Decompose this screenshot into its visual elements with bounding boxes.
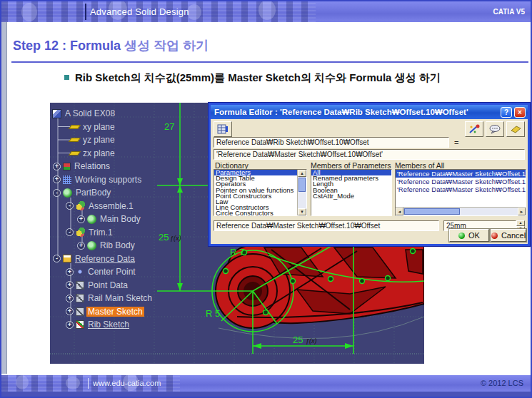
assemble-1-icon — [76, 201, 85, 210]
collapse-icon[interactable]: - — [53, 189, 61, 197]
tree-item-label[interactable]: PartBody — [74, 188, 112, 198]
tree-item-label[interactable]: Master Sketch — [86, 307, 144, 317]
tree-item-label[interactable]: A Solid EX08 — [64, 108, 116, 118]
insert-formula-button[interactable] — [214, 121, 232, 137]
members-of-all-list[interactable]: 'Reference Data₩Master Sketch₩Offset.10₩… — [395, 169, 526, 216]
tree-item-label[interactable]: Reference Data — [74, 254, 136, 264]
collapse-icon[interactable]: - — [66, 228, 74, 236]
result-parameter-field[interactable]: Reference Data₩Master Sketch₩Offset.10₩O… — [214, 220, 439, 231]
reference-data-icon — [63, 255, 71, 262]
scroll-down-icon[interactable]: ▼ — [298, 208, 306, 215]
tree-item-trim-1[interactable]: -Trim.1 — [66, 226, 210, 240]
footer-bar: www.edu-catia.com © 2012 LCS — [1, 375, 531, 392]
tree-item-label[interactable]: xy plane — [81, 122, 116, 132]
expand-icon[interactable]: + — [66, 295, 74, 302]
list-item-reference-data-master-sketch-offset-10-n[interactable]: 'Reference Data₩Master Sketch₩Offset.10₩… — [396, 185, 526, 193]
tree-item-yz-plane[interactable]: yz plane — [70, 133, 210, 147]
collapse-icon[interactable]: - — [53, 255, 61, 262]
catia-brand: CATIA V5 — [493, 1, 525, 22]
speech-bubble-icon — [488, 124, 501, 134]
page-title-strong: Step 12 : Formula — [13, 39, 121, 53]
tree-item-xy-plane[interactable]: xy plane — [70, 121, 210, 134]
scrollbar-thumb[interactable] — [298, 178, 306, 192]
erase-button[interactable] — [506, 121, 525, 137]
header-divider — [85, 4, 86, 20]
tree-item-partbody[interactable]: -PartBody — [53, 186, 210, 200]
cancel-button[interactable]: Cancel — [491, 229, 526, 242]
relations-icon — [63, 163, 71, 170]
list-item-cstattr-mode[interactable]: CstAttr_Mode — [311, 193, 391, 199]
expand-icon[interactable]: + — [66, 281, 74, 289]
tree-item-label[interactable]: Center Point — [86, 267, 137, 277]
tree-item-label[interactable]: Assemble.1 — [87, 201, 135, 211]
expand-icon[interactable]: + — [53, 175, 61, 183]
expand-icon[interactable]: + — [77, 215, 85, 223]
tree-item-master-sketch[interactable]: +Master Sketch — [66, 305, 210, 319]
dialog-titlebar[interactable]: Formula Editor : 'Reference Data₩Rib Ske… — [211, 105, 528, 119]
tree-item-label[interactable]: Rib Body — [99, 240, 136, 250]
tree-item-label[interactable]: zx plane — [81, 148, 116, 158]
rail-main-sketch-icon — [76, 294, 84, 302]
list-item-reference-data-master-sketch-offset-10-a[interactable]: 'Reference Data₩Master Sketch₩Offset.10₩… — [396, 178, 526, 185]
partbody-icon — [63, 188, 72, 198]
a-solid-ex08-icon — [52, 109, 61, 118]
expand-icon[interactable]: + — [66, 307, 74, 315]
tree-item-label[interactable]: Main Body — [99, 214, 142, 224]
dictionary-scrollbar[interactable]: ▲ ▼ — [297, 170, 306, 215]
spin-up-icon[interactable]: ▲ — [516, 220, 525, 226]
footer-site-link[interactable]: www.edu-catia.com — [93, 375, 161, 392]
tree-rows: A Solid EX08xy planeyz planezx plane+Rel… — [51, 107, 210, 332]
comment-button[interactable] — [486, 121, 504, 137]
tree-item-assemble-1[interactable]: -Assemble.1 — [66, 200, 210, 213]
formula-editor-dialog: Formula Editor : 'Reference Data₩Rib Ske… — [209, 103, 530, 246]
tree-item-center-point[interactable]: +Center Point — [66, 265, 210, 279]
cancel-red-icon — [491, 233, 498, 239]
members-of-parameters-list[interactable]: AllRenamed parametersLengthBooleanCstAtt… — [311, 169, 392, 216]
scroll-up-icon[interactable]: ▲ — [298, 170, 306, 177]
ok-button[interactable]: OK — [449, 229, 489, 242]
equals-sign: = — [454, 138, 458, 147]
dictionary-list[interactable]: ParametersDesign TableOperatorsPointer o… — [214, 169, 307, 216]
tree-item-working-supports[interactable]: +Working supports — [53, 173, 210, 187]
tree-item-rib-body[interactable]: +Rib Body — [77, 239, 210, 252]
tree-item-label[interactable]: Point Data — [86, 280, 129, 290]
close-button[interactable]: × — [514, 107, 526, 118]
tree-item-label[interactable]: yz plane — [81, 135, 116, 145]
scrollbar-thumb[interactable] — [404, 208, 460, 215]
main-body-icon — [87, 215, 96, 224]
tree-item-rail-main-sketch[interactable]: +Rail Main Sketch — [66, 292, 210, 305]
bottom-strip — [1, 392, 531, 397]
tree-item-label[interactable]: Trim.1 — [87, 228, 114, 238]
tree-item-point-data[interactable]: +Point Data — [66, 279, 210, 292]
tree-item-label[interactable]: Rail Main Sketch — [86, 293, 154, 303]
tree-item-label[interactable]: Rib Sketch — [86, 320, 131, 330]
scroll-left-icon[interactable]: ◄ — [396, 208, 403, 215]
list-item-circle-constructors[interactable]: Circle Constructors — [214, 210, 297, 216]
target-parameter-field[interactable]: Reference Data₩Rib Sketch₩Offset.10₩Offs… — [214, 137, 449, 148]
tree-item-reference-data[interactable]: -Reference Data — [53, 252, 210, 266]
expand-icon[interactable]: + — [77, 242, 85, 250]
tree-item-rib-sketch[interactable]: +Rib Sketch — [66, 318, 210, 332]
left-edge-strip — [1, 22, 7, 374]
formula-expression-field[interactable]: 'Reference Data₩Master Sketch₩Offset.10₩… — [214, 149, 525, 160]
list-item-reference-data-master-sketch-offset-10-o[interactable]: 'Reference Data₩Master Sketch₩Offset.10₩… — [396, 170, 526, 178]
tree-item-zx-plane[interactable]: zx plane — [70, 147, 210, 160]
rib-sketch-icon — [76, 320, 84, 329]
help-button[interactable]: ? — [501, 107, 512, 118]
tree-item-relations[interactable]: +Relations — [53, 160, 210, 173]
expand-icon[interactable]: + — [66, 268, 74, 276]
center-point-icon — [76, 267, 84, 276]
collapse-icon[interactable]: - — [66, 202, 74, 210]
members-of-all-scrollbar[interactable]: ◄ ► — [396, 207, 526, 215]
tree-item-label[interactable]: Working supports — [74, 175, 143, 185]
expand-icon[interactable]: + — [53, 163, 61, 170]
tree-item-main-body[interactable]: +Main Body — [77, 213, 210, 226]
tree-item-label[interactable]: Relations — [73, 161, 111, 171]
formula-wizard-button[interactable] — [465, 121, 483, 137]
expand-icon[interactable]: + — [66, 321, 74, 329]
point-data-icon — [76, 281, 84, 290]
bullet-item: Rib Sketch의 치수값(25mm)를 Master Sketch의 치수… — [64, 71, 441, 85]
scroll-right-icon[interactable]: ► — [518, 208, 526, 215]
svg-text:ƒ(x): ƒ(x) — [306, 337, 317, 345]
tree-item-a-solid-ex08[interactable]: A Solid EX08 — [52, 107, 210, 121]
